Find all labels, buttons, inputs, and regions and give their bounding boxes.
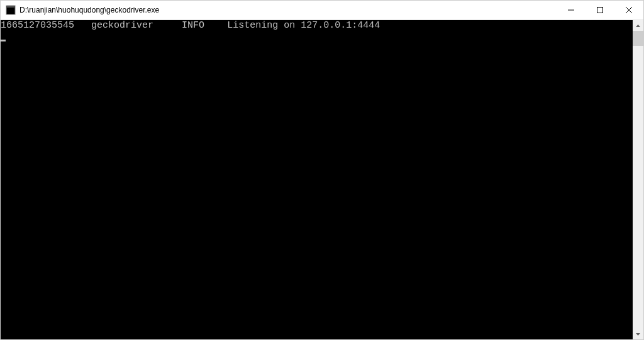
log-component: geckodriver xyxy=(91,20,153,31)
cursor-icon xyxy=(1,40,6,41)
svg-rect-1 xyxy=(7,6,14,8)
scroll-up-button[interactable] xyxy=(633,20,643,31)
svg-marker-7 xyxy=(636,333,640,336)
scroll-track[interactable] xyxy=(633,31,643,329)
window-controls xyxy=(557,1,643,19)
scroll-down-button[interactable] xyxy=(633,329,643,339)
log-timestamp: 1665127035545 xyxy=(1,20,74,31)
window-title: D:\ruanjian\huohuqudong\geckodriver.exe xyxy=(19,6,557,14)
app-icon xyxy=(6,5,16,15)
log-message: Listening on 127.0.0.1:4444 xyxy=(227,20,380,31)
terminal-output[interactable]: 1665127035545 geckodriver INFO Listening… xyxy=(1,20,633,339)
cursor-line xyxy=(1,31,633,43)
content-area: 1665127035545 geckodriver INFO Listening… xyxy=(1,20,643,339)
minimize-button[interactable] xyxy=(557,1,586,19)
close-button[interactable] xyxy=(614,1,643,19)
maximize-button[interactable] xyxy=(586,1,614,19)
svg-marker-6 xyxy=(636,25,640,27)
svg-rect-3 xyxy=(597,8,603,13)
log-line: 1665127035545 geckodriver INFO Listening… xyxy=(1,20,633,31)
log-level: INFO xyxy=(182,20,204,31)
console-window: D:\ruanjian\huohuqudong\geckodriver.exe … xyxy=(0,0,644,340)
vertical-scrollbar[interactable] xyxy=(633,20,643,339)
titlebar[interactable]: D:\ruanjian\huohuqudong\geckodriver.exe xyxy=(1,1,643,20)
scroll-thumb[interactable] xyxy=(633,31,643,46)
